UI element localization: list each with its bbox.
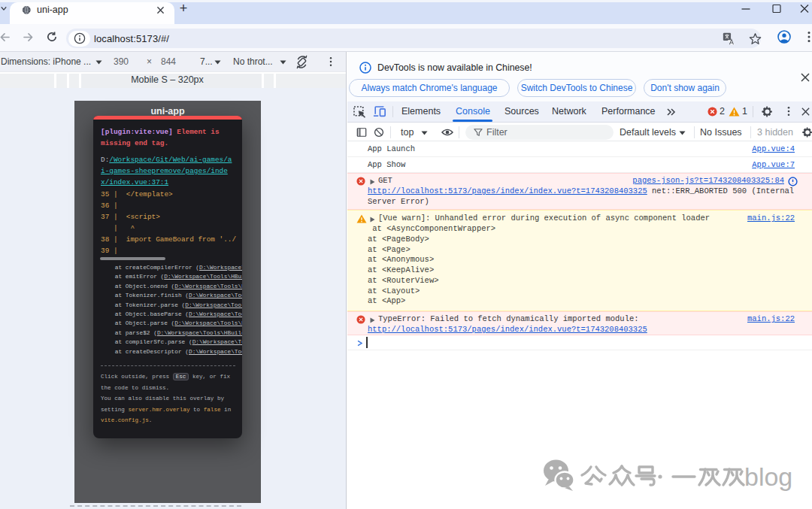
svg-text:blog: blog <box>744 462 792 491</box>
